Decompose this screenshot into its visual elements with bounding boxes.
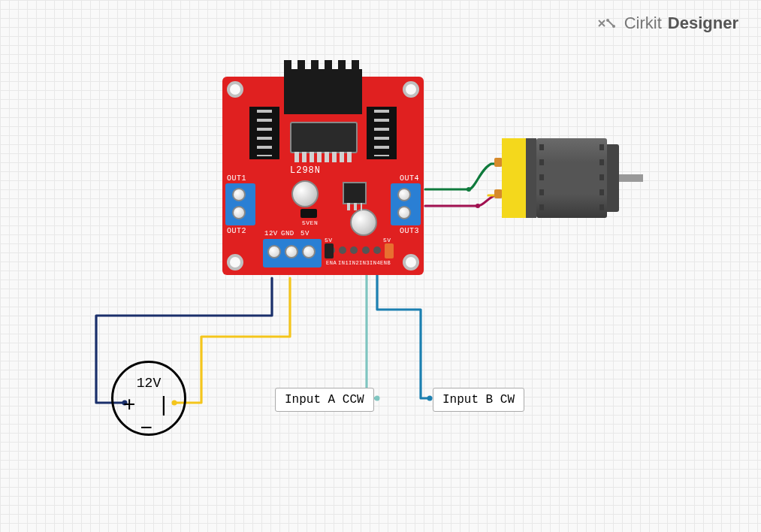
app-logo: Cirkit Designer: [597, 14, 738, 33]
screw-terminal-icon: [267, 245, 281, 258]
diode-bank-right: [367, 107, 397, 159]
wire-joint-dot: [476, 204, 480, 208]
dc-motor[interactable]: [502, 138, 630, 218]
capacitor: [350, 209, 377, 236]
terminal-power[interactable]: [263, 239, 322, 268]
label-in3: IN3: [359, 260, 370, 266]
mounting-hole: [403, 81, 419, 98]
label-5ven: 5VEN: [302, 219, 318, 226]
label-12v: 12V: [264, 230, 278, 237]
screw-terminal-icon: [285, 245, 298, 258]
wire-in3-to-inputA: [367, 264, 377, 398]
control-pin-header[interactable]: [328, 246, 392, 257]
logo-text-1: Cirkit: [624, 14, 662, 33]
wire-out4-to-motor-top: [425, 164, 497, 189]
screw-terminal-icon: [397, 188, 411, 201]
label-out1: OUT1: [227, 174, 246, 183]
label-in1: IN1: [338, 260, 349, 266]
motor-rear: [607, 144, 619, 212]
mounting-hole: [403, 254, 419, 271]
chip-label: L298N: [290, 165, 321, 176]
screw-terminal-icon: [232, 206, 246, 219]
label-text: Input B CW: [442, 393, 515, 407]
label-out3: OUT3: [400, 227, 419, 235]
battery-polarity-label: + | −: [111, 394, 186, 440]
jumper-enb[interactable]: [385, 243, 394, 258]
wire-out3-to-motor-bottom: [425, 195, 497, 206]
label-text: Input A CCW: [285, 393, 364, 407]
wire-end-dot: [375, 396, 380, 401]
heatsink: [284, 69, 362, 114]
label-5v-small2: 5V: [325, 237, 333, 243]
terminal-out1-out2[interactable]: [225, 183, 255, 225]
label-input-a-ccw[interactable]: Input A CCW: [275, 388, 374, 412]
mounting-hole: [227, 254, 243, 271]
motor-shaft: [619, 174, 643, 182]
capacitor: [291, 180, 319, 207]
jumper-5ven[interactable]: [300, 209, 317, 218]
l298n-board[interactable]: L298N OUT1 OUT2 OUT4 OUT3 12V GND 5V 5VE…: [222, 77, 424, 275]
label-ena: ENA: [326, 260, 337, 266]
jumper-ena[interactable]: [325, 243, 334, 258]
label-in2: IN2: [349, 260, 359, 266]
screw-terminal-icon: [397, 206, 411, 219]
label-out2: OUT2: [227, 227, 246, 235]
logo-icon: [597, 16, 618, 31]
voltage-regulator: [343, 182, 367, 204]
logo-text-2: Designer: [668, 14, 738, 33]
label-input-b-cw[interactable]: Input B CW: [433, 388, 524, 412]
battery-12v[interactable]: 12V + | −: [111, 361, 186, 436]
wire-joint-dot: [467, 187, 471, 192]
motor-endcap: [502, 138, 526, 218]
diode-bank-left: [249, 107, 279, 159]
motor-endplate: [526, 138, 536, 218]
motor-body: [536, 138, 607, 218]
screw-terminal-icon: [302, 245, 316, 258]
label-in4: IN4: [370, 260, 380, 266]
label-gnd: GND: [281, 230, 294, 237]
terminal-out3-out4[interactable]: [391, 183, 421, 225]
label-out4: OUT4: [400, 174, 419, 183]
screw-terminal-icon: [232, 188, 246, 201]
battery-voltage-label: 12V: [111, 376, 186, 391]
wire-end-dot: [427, 396, 433, 401]
wire-in4-to-inputB: [377, 264, 430, 398]
label-5v-small: 5V: [383, 237, 391, 243]
label-5v: 5V: [300, 230, 310, 237]
wire-battery-neg-to-gnd: [174, 278, 290, 403]
l298n-chip: [290, 122, 358, 153]
mounting-hole: [227, 81, 243, 98]
label-enb: ENB: [380, 260, 391, 266]
